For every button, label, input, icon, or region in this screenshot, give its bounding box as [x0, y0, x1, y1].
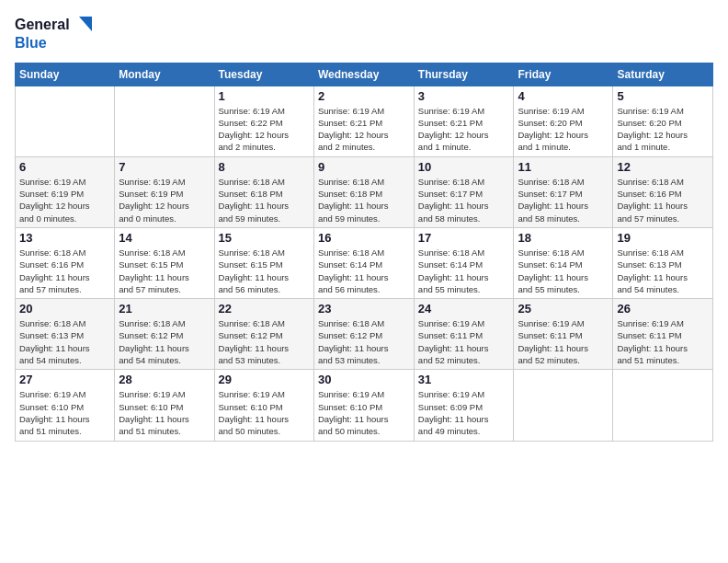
day-info: Sunrise: 6:18 AM Sunset: 6:14 PM Dayligh… — [318, 247, 410, 295]
day-info: Sunrise: 6:18 AM Sunset: 6:17 PM Dayligh… — [418, 176, 510, 224]
calendar-cell: 29Sunrise: 6:19 AM Sunset: 6:10 PM Dayli… — [214, 370, 313, 441]
calendar-cell: 19Sunrise: 6:18 AM Sunset: 6:13 PM Dayli… — [613, 227, 713, 298]
day-info: Sunrise: 6:19 AM Sunset: 6:11 PM Dayligh… — [518, 317, 609, 366]
day-number: 19 — [617, 231, 709, 245]
day-info: Sunrise: 6:19 AM Sunset: 6:09 PM Dayligh… — [418, 388, 510, 437]
calendar-cell: 24Sunrise: 6:19 AM Sunset: 6:11 PM Dayli… — [414, 299, 514, 370]
calendar-cell: 22Sunrise: 6:18 AM Sunset: 6:12 PM Dayli… — [214, 299, 313, 370]
calendar-cell: 12Sunrise: 6:18 AM Sunset: 6:16 PM Dayli… — [613, 156, 713, 227]
day-number: 23 — [318, 302, 410, 316]
calendar-cell: 21Sunrise: 6:18 AM Sunset: 6:12 PM Dayli… — [115, 299, 214, 370]
weekday-header-saturday: Saturday — [613, 63, 713, 86]
day-info: Sunrise: 6:18 AM Sunset: 6:15 PM Dayligh… — [119, 247, 210, 295]
day-info: Sunrise: 6:19 AM Sunset: 6:10 PM Dayligh… — [219, 388, 310, 437]
day-number: 12 — [617, 160, 709, 174]
day-number: 8 — [219, 160, 310, 174]
day-number: 7 — [119, 160, 210, 174]
day-number: 22 — [219, 302, 310, 316]
calendar-cell — [514, 370, 613, 441]
day-info: Sunrise: 6:19 AM Sunset: 6:20 PM Dayligh… — [518, 105, 609, 154]
day-number: 30 — [318, 373, 410, 386]
day-info: Sunrise: 6:18 AM Sunset: 6:12 PM Dayligh… — [119, 317, 210, 366]
week-row-1: 1Sunrise: 6:19 AM Sunset: 6:22 PM Daylig… — [16, 86, 713, 156]
day-info: Sunrise: 6:19 AM Sunset: 6:19 PM Dayligh… — [119, 176, 210, 224]
day-info: Sunrise: 6:18 AM Sunset: 6:14 PM Dayligh… — [418, 247, 510, 295]
day-info: Sunrise: 6:19 AM Sunset: 6:11 PM Dayligh… — [418, 317, 510, 366]
day-info: Sunrise: 6:18 AM Sunset: 6:13 PM Dayligh… — [617, 247, 709, 295]
logo-chevron-icon — [72, 15, 92, 35]
day-info: Sunrise: 6:18 AM Sunset: 6:16 PM Dayligh… — [19, 247, 110, 295]
day-number: 1 — [219, 89, 310, 103]
day-info: Sunrise: 6:19 AM Sunset: 6:10 PM Dayligh… — [318, 388, 410, 437]
day-number: 3 — [418, 89, 510, 103]
week-row-2: 6Sunrise: 6:19 AM Sunset: 6:19 PM Daylig… — [16, 156, 713, 227]
day-number: 18 — [518, 231, 609, 245]
calendar-cell: 7Sunrise: 6:19 AM Sunset: 6:19 PM Daylig… — [115, 156, 214, 227]
day-info: Sunrise: 6:19 AM Sunset: 6:19 PM Dayligh… — [19, 176, 110, 224]
calendar-cell: 11Sunrise: 6:18 AM Sunset: 6:17 PM Dayli… — [514, 156, 613, 227]
calendar-cell: 13Sunrise: 6:18 AM Sunset: 6:16 PM Dayli… — [16, 227, 115, 298]
weekday-header-wednesday: Wednesday — [313, 63, 414, 86]
calendar-cell: 30Sunrise: 6:19 AM Sunset: 6:10 PM Dayli… — [313, 370, 414, 441]
day-number: 24 — [418, 302, 510, 316]
day-number: 2 — [318, 89, 410, 103]
day-info: Sunrise: 6:19 AM Sunset: 6:20 PM Dayligh… — [617, 105, 709, 154]
day-number: 15 — [219, 231, 310, 245]
logo-blue: Blue — [15, 35, 47, 51]
calendar-cell: 10Sunrise: 6:18 AM Sunset: 6:17 PM Dayli… — [414, 156, 514, 227]
day-info: Sunrise: 6:18 AM Sunset: 6:18 PM Dayligh… — [318, 176, 410, 224]
weekday-header-monday: Monday — [115, 63, 214, 86]
calendar-cell: 2Sunrise: 6:19 AM Sunset: 6:21 PM Daylig… — [313, 86, 414, 156]
weekday-header-tuesday: Tuesday — [214, 63, 313, 86]
day-number: 31 — [418, 373, 510, 386]
day-number: 16 — [318, 231, 410, 245]
day-info: Sunrise: 6:18 AM Sunset: 6:15 PM Dayligh… — [219, 247, 310, 295]
calendar-cell: 3Sunrise: 6:19 AM Sunset: 6:21 PM Daylig… — [414, 86, 514, 156]
logo-general: General — [15, 17, 70, 33]
day-number: 25 — [518, 302, 609, 316]
calendar-cell: 14Sunrise: 6:18 AM Sunset: 6:15 PM Dayli… — [115, 227, 214, 298]
day-number: 17 — [418, 231, 510, 245]
calendar-cell: 20Sunrise: 6:18 AM Sunset: 6:13 PM Dayli… — [16, 299, 115, 370]
day-info: Sunrise: 6:18 AM Sunset: 6:12 PM Dayligh… — [219, 317, 310, 366]
calendar-cell: 9Sunrise: 6:18 AM Sunset: 6:18 PM Daylig… — [313, 156, 414, 227]
day-info: Sunrise: 6:19 AM Sunset: 6:22 PM Dayligh… — [219, 105, 310, 154]
calendar-cell: 31Sunrise: 6:19 AM Sunset: 6:09 PM Dayli… — [414, 370, 514, 441]
day-number: 9 — [318, 160, 410, 174]
calendar-cell: 15Sunrise: 6:18 AM Sunset: 6:15 PM Dayli… — [214, 227, 313, 298]
svg-marker-0 — [79, 17, 92, 31]
calendar-cell: 16Sunrise: 6:18 AM Sunset: 6:14 PM Dayli… — [313, 227, 414, 298]
day-number: 20 — [19, 302, 110, 316]
day-number: 6 — [19, 160, 110, 174]
calendar-cell: 18Sunrise: 6:18 AM Sunset: 6:14 PM Dayli… — [514, 227, 613, 298]
day-info: Sunrise: 6:18 AM Sunset: 6:16 PM Dayligh… — [617, 176, 709, 224]
logo: General Blue — [15, 15, 92, 52]
header: General Blue — [15, 15, 713, 52]
week-row-3: 13Sunrise: 6:18 AM Sunset: 6:16 PM Dayli… — [16, 227, 713, 298]
calendar-cell: 25Sunrise: 6:19 AM Sunset: 6:11 PM Dayli… — [514, 299, 613, 370]
calendar-cell: 26Sunrise: 6:19 AM Sunset: 6:11 PM Dayli… — [613, 299, 713, 370]
day-info: Sunrise: 6:19 AM Sunset: 6:21 PM Dayligh… — [318, 105, 410, 154]
day-number: 14 — [119, 231, 210, 245]
week-row-5: 27Sunrise: 6:19 AM Sunset: 6:10 PM Dayli… — [16, 370, 713, 441]
logo-text-block: General Blue — [15, 15, 92, 52]
day-info: Sunrise: 6:19 AM Sunset: 6:10 PM Dayligh… — [19, 388, 110, 437]
day-number: 5 — [617, 89, 709, 103]
calendar-cell: 6Sunrise: 6:19 AM Sunset: 6:19 PM Daylig… — [16, 156, 115, 227]
day-number: 28 — [119, 373, 210, 386]
day-info: Sunrise: 6:18 AM Sunset: 6:13 PM Dayligh… — [19, 317, 110, 366]
day-info: Sunrise: 6:18 AM Sunset: 6:18 PM Dayligh… — [219, 176, 310, 224]
day-number: 13 — [19, 231, 110, 245]
weekday-header-row: SundayMondayTuesdayWednesdayThursdayFrid… — [16, 63, 713, 86]
calendar-cell: 4Sunrise: 6:19 AM Sunset: 6:20 PM Daylig… — [514, 86, 613, 156]
calendar-cell: 5Sunrise: 6:19 AM Sunset: 6:20 PM Daylig… — [613, 86, 713, 156]
day-info: Sunrise: 6:19 AM Sunset: 6:21 PM Dayligh… — [418, 105, 510, 154]
calendar-cell — [115, 86, 214, 156]
weekday-header-sunday: Sunday — [16, 63, 115, 86]
calendar-cell: 17Sunrise: 6:18 AM Sunset: 6:14 PM Dayli… — [414, 227, 514, 298]
day-info: Sunrise: 6:18 AM Sunset: 6:12 PM Dayligh… — [318, 317, 410, 366]
day-info: Sunrise: 6:19 AM Sunset: 6:10 PM Dayligh… — [119, 388, 210, 437]
calendar-cell — [613, 370, 713, 441]
calendar-cell: 1Sunrise: 6:19 AM Sunset: 6:22 PM Daylig… — [214, 86, 313, 156]
day-number: 26 — [617, 302, 709, 316]
